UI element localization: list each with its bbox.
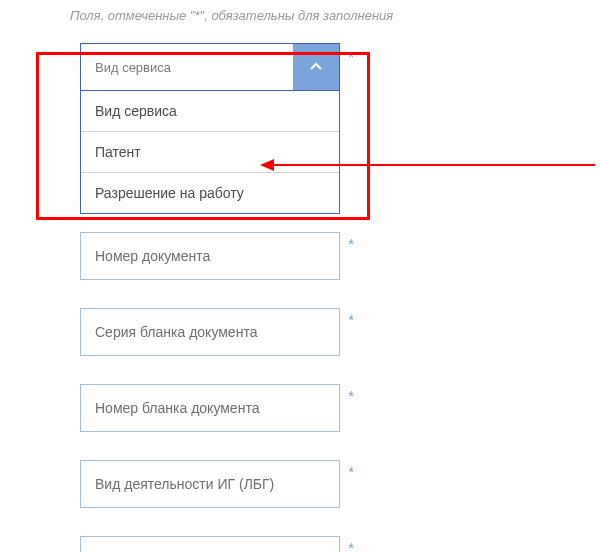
blank-series-field[interactable]: Серия бланка документа: [80, 308, 340, 356]
required-mark: *: [349, 49, 354, 65]
blank-series-field-wrap: * Серия бланка документа: [80, 308, 340, 356]
dropdown-option-patent[interactable]: Патент: [81, 131, 339, 172]
service-type-dropdown: * Вид сервиса Вид сервиса Патент Разреше…: [80, 43, 340, 214]
passport-number-field-wrap: * Номер паспорта ИГ (ЛБГ): [80, 536, 340, 552]
dropdown-selected-label: Вид сервиса: [81, 44, 293, 90]
dropdown-head[interactable]: Вид сервиса: [80, 43, 340, 91]
activity-type-field-wrap: * Вид деятельности ИГ (ЛБГ): [80, 460, 340, 508]
required-mark: *: [349, 388, 354, 404]
required-mark: *: [349, 236, 354, 252]
dropdown-list: Вид сервиса Патент Разрешение на работу: [80, 91, 340, 214]
dropdown-option-service-type[interactable]: Вид сервиса: [81, 91, 339, 131]
required-mark: *: [349, 540, 354, 552]
blank-number-field[interactable]: Номер бланка документа: [80, 384, 340, 432]
dropdown-option-work-permit[interactable]: Разрешение на работу: [81, 172, 339, 213]
passport-number-field[interactable]: Номер паспорта ИГ (ЛБГ): [80, 536, 340, 552]
chevron-up-icon: [309, 60, 323, 74]
dropdown-toggle[interactable]: [293, 44, 339, 90]
activity-type-field[interactable]: Вид деятельности ИГ (ЛБГ): [80, 460, 340, 508]
required-mark: *: [349, 312, 354, 328]
doc-number-field[interactable]: Номер документа: [80, 232, 340, 280]
doc-number-field-wrap: * Номер документа: [80, 232, 340, 280]
blank-number-field-wrap: * Номер бланка документа: [80, 384, 340, 432]
required-mark: *: [349, 464, 354, 480]
form-area: * Вид сервиса Вид сервиса Патент Разреше…: [0, 43, 600, 552]
required-note: Поля, отмеченные "*", обязательны для за…: [0, 0, 600, 43]
